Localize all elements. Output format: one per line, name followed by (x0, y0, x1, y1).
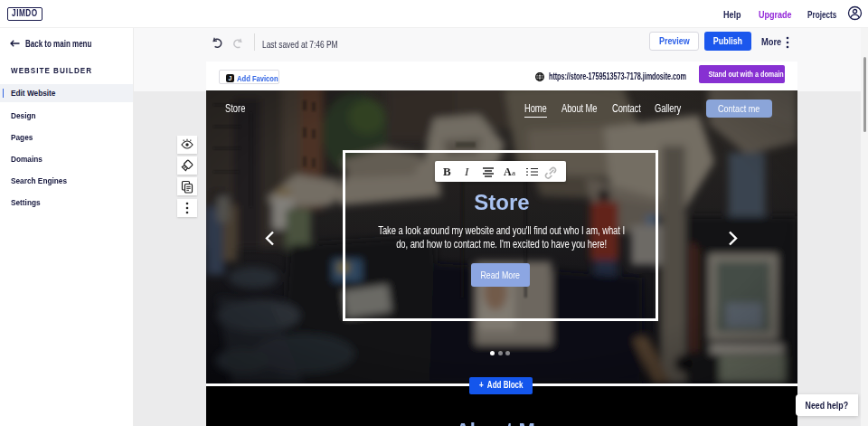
svg-text:I: I (464, 165, 469, 178)
svg-text:A: A (504, 166, 512, 178)
svg-text:a: a (512, 168, 515, 177)
svg-text:B: B (443, 165, 451, 178)
